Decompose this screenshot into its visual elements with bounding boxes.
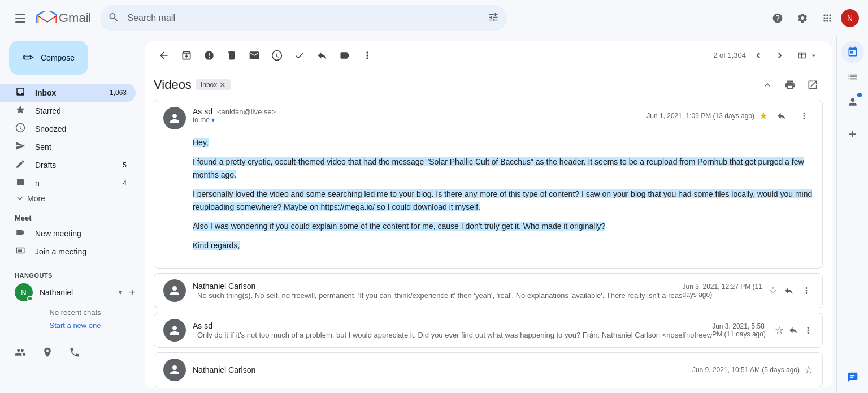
- search-options-button[interactable]: [488, 12, 499, 25]
- contacts-badge: [857, 93, 862, 97]
- starred-icon: [15, 105, 26, 118]
- email-star-2[interactable]: ☆: [769, 284, 778, 297]
- done-button[interactable]: [289, 45, 310, 66]
- drafts-icon: [15, 159, 26, 172]
- help-button[interactable]: [766, 7, 789, 29]
- sidebar-item-inbox[interactable]: Inbox 1,063: [0, 84, 136, 102]
- mark-unread-button[interactable]: [244, 45, 264, 66]
- svg-rect-3: [17, 179, 24, 185]
- body-line-1: I found a pretty cryptic, occult-themed …: [193, 156, 813, 181]
- sent-label: Sent: [35, 142, 127, 152]
- print-button[interactable]: [780, 75, 800, 95]
- add-panel-button[interactable]: +: [841, 123, 864, 145]
- email-count: 2 of 1,304: [713, 51, 746, 59]
- show-details-button[interactable]: ▾: [211, 116, 215, 124]
- email-meta-2: Jun 3, 2021, 12:27 PM (11 days ago) ☆: [682, 282, 813, 300]
- email-content: As sd <ankfan@live.se> to me ▾ Jun 1, 20…: [145, 100, 832, 388]
- email-subject-bar: Videos Inbox ✕: [145, 70, 832, 100]
- next-email-button[interactable]: [770, 45, 790, 66]
- hangouts-title: Hangouts: [0, 270, 145, 281]
- right-panel-divider: [844, 118, 862, 118]
- more-expand[interactable]: More: [0, 192, 145, 205]
- sidebar-item-n[interactable]: n 4: [0, 174, 136, 192]
- email-date-1: Jun 1, 2021, 1:09 PM (13 days ago): [646, 112, 754, 120]
- inbox-label: Inbox: [35, 88, 101, 97]
- email-message-3: As sd Only do it if it's not too much of…: [154, 313, 823, 348]
- back-button[interactable]: [154, 45, 174, 66]
- meet-title: Meet: [0, 209, 145, 224]
- inbox-badge: Inbox ✕: [196, 79, 231, 90]
- calendar-panel-button[interactable]: [841, 41, 864, 63]
- prev-email-button[interactable]: [748, 45, 769, 66]
- sidebar-bottom-icons: [0, 336, 145, 368]
- email-sender-info-1: As sd <ankfan@live.se> to me ▾: [193, 107, 646, 124]
- sidebar-item-join-meeting[interactable]: Join a meeting: [0, 243, 136, 261]
- more-button-1[interactable]: [795, 107, 813, 125]
- chat-panel-button[interactable]: [841, 366, 864, 388]
- sidebar-item-snoozed[interactable]: Snoozed: [0, 120, 136, 138]
- avatar[interactable]: N: [841, 9, 859, 27]
- email-star-1[interactable]: ★: [759, 110, 768, 122]
- more-button-3[interactable]: [803, 321, 813, 339]
- settings-button[interactable]: [791, 7, 814, 29]
- reply-button-2[interactable]: [782, 282, 795, 300]
- archive-button[interactable]: [176, 45, 197, 66]
- contacts-panel-button[interactable]: [841, 90, 864, 113]
- snooze-button[interactable]: [267, 45, 287, 66]
- hangout-user[interactable]: N Nathaniel ▾ +: [0, 281, 145, 304]
- n-label: n: [35, 179, 114, 188]
- collapse-all-button[interactable]: [757, 75, 778, 95]
- reply-button-3[interactable]: [788, 321, 798, 339]
- email-collapsed-content-2: Nathaniel Carlson No such thing(s). No s…: [193, 282, 682, 300]
- email-star-4[interactable]: ☆: [804, 364, 813, 376]
- search-input[interactable]: [100, 5, 507, 31]
- hangout-avatar: N: [15, 283, 33, 301]
- delete-button[interactable]: [222, 45, 242, 66]
- sidebar-item-starred[interactable]: Starred: [0, 102, 136, 120]
- email-date-2: Jun 3, 2021, 12:27 PM (11 days ago): [682, 283, 764, 299]
- compose-button[interactable]: ✏ Compose: [9, 41, 88, 75]
- apps-button[interactable]: [816, 7, 839, 29]
- email-date-4: Jun 9, 2021, 10:51 AM (5 days ago): [692, 366, 800, 374]
- meet-section: Meet New meeting Join a meeting: [0, 205, 145, 265]
- people-icon-button[interactable]: [9, 341, 32, 364]
- reply-button-1[interactable]: [772, 107, 791, 125]
- email-collapsed-2[interactable]: Nathaniel Carlson No such thing(s). No s…: [154, 274, 822, 308]
- hangout-initial: N: [21, 288, 26, 297]
- tasks-panel-button[interactable]: [841, 66, 864, 88]
- email-meta-3: Jun 3, 2021, 5:58 PM (11 days ago) ☆: [712, 321, 813, 339]
- email-body-1: Hey, I found a pretty cryptic, occult-th…: [154, 136, 822, 268]
- email-collapsed-4[interactable]: Nathaniel Carlson Jun 9, 2021, 10:51 AM …: [154, 353, 822, 387]
- more-actions-button[interactable]: [357, 45, 377, 66]
- email-avatar-1: [163, 107, 186, 129]
- label-button[interactable]: [335, 45, 355, 66]
- main-layout: ✏ Compose Inbox 1,063 Starred Snoozed: [0, 36, 868, 393]
- location-icon-button[interactable]: [36, 341, 59, 364]
- phone-icon-button[interactable]: [63, 341, 86, 364]
- report-spam-button[interactable]: [199, 45, 219, 66]
- svg-rect-1: [15, 18, 25, 19]
- view-toggle-button[interactable]: [792, 45, 823, 66]
- hangout-add-button[interactable]: +: [129, 286, 136, 299]
- sidebar-item-drafts[interactable]: Drafts 5: [0, 156, 136, 174]
- subject-actions: [757, 75, 823, 95]
- hangout-expand-icon[interactable]: ▾: [119, 288, 122, 296]
- open-in-new-button[interactable]: [802, 75, 823, 95]
- sidebar-item-sent[interactable]: Sent: [0, 138, 136, 156]
- email-date-3: Jun 3, 2021, 5:58 PM (11 days ago): [712, 322, 770, 338]
- move-to-button[interactable]: [312, 45, 332, 66]
- more-button-2[interactable]: [800, 282, 813, 300]
- email-collapsed-3[interactable]: As sd Only do it if it's not too much of…: [154, 313, 822, 347]
- sent-icon: [15, 141, 26, 154]
- compose-label: Compose: [41, 53, 75, 62]
- hamburger-button[interactable]: [9, 7, 32, 29]
- drafts-count: 5: [123, 161, 127, 169]
- email-header-1[interactable]: As sd <ankfan@live.se> to me ▾ Jun 1, 20…: [154, 100, 822, 136]
- start-new-chat-link[interactable]: Start a new one: [0, 319, 145, 332]
- inbox-badge-remove[interactable]: ✕: [219, 80, 226, 89]
- collapsed-sender-2: Nathaniel Carlson: [193, 282, 255, 291]
- sidebar-item-new-meeting[interactable]: New meeting: [0, 224, 136, 243]
- email-message-1: As sd <ankfan@live.se> to me ▾ Jun 1, 20…: [154, 100, 823, 269]
- inbox-badge-label: Inbox: [201, 81, 217, 89]
- email-star-3[interactable]: ☆: [775, 324, 784, 336]
